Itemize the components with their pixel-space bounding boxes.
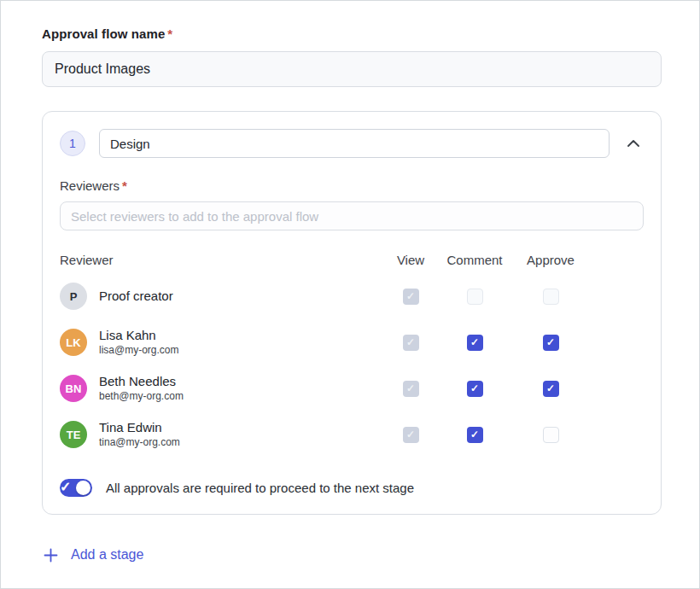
plus-icon xyxy=(44,548,58,563)
view-checkbox[interactable] xyxy=(403,381,419,397)
column-header-view: View xyxy=(385,253,436,267)
stage-card: 1 Reviewers* Reviewer View Comment Appro… xyxy=(42,111,662,515)
flow-name-label-text: Approval flow name xyxy=(42,26,165,41)
reviewer-identity: P Proof creator xyxy=(60,283,385,310)
flow-name-input[interactable] xyxy=(42,51,662,87)
reviewer-email: beth@my-org.com xyxy=(99,390,184,404)
avatar: P xyxy=(60,283,87,310)
reviewers-label: Reviewers* xyxy=(60,178,644,193)
toggle-knob xyxy=(76,481,90,495)
reviewer-identity: LK Lisa Kahn lisa@my-org.com xyxy=(60,328,385,357)
reviewer-name: Tina Edwin xyxy=(99,420,180,436)
column-header-reviewer: Reviewer xyxy=(60,253,385,267)
required-asterisk: * xyxy=(122,178,127,193)
reviewer-select-input[interactable] xyxy=(60,201,644,230)
approve-checkbox[interactable] xyxy=(543,335,559,351)
stage-number-badge: 1 xyxy=(60,131,85,156)
table-row: P Proof creator xyxy=(60,279,644,313)
reviewer-table-header: Reviewer View Comment Approve xyxy=(60,253,644,267)
view-checkbox[interactable] xyxy=(403,289,419,305)
all-approvals-toggle[interactable] xyxy=(60,479,92,497)
required-asterisk: * xyxy=(167,26,172,41)
stage-header: 1 xyxy=(60,129,644,158)
avatar: BN xyxy=(60,375,87,402)
column-header-approve: Approve xyxy=(513,253,588,267)
view-checkbox[interactable] xyxy=(403,335,419,351)
chevron-up-icon xyxy=(627,140,639,147)
approve-checkbox[interactable] xyxy=(543,381,559,397)
comment-checkbox[interactable] xyxy=(467,381,483,397)
table-row: TE Tina Edwin tina@my-org.com xyxy=(60,417,644,452)
table-row: LK Lisa Kahn lisa@my-org.com xyxy=(60,325,644,359)
reviewer-email: tina@my-org.com xyxy=(99,436,180,450)
reviewer-identity: BN Beth Needles beth@my-org.com xyxy=(60,374,385,403)
approval-flow-panel: Approval flow name* 1 Reviewers* Reviewe… xyxy=(0,0,700,589)
reviewer-name: Proof creator xyxy=(99,289,173,305)
column-header-comment: Comment xyxy=(436,253,513,267)
approve-checkbox[interactable] xyxy=(543,427,559,443)
add-stage-button[interactable]: Add a stage xyxy=(42,547,143,563)
comment-checkbox[interactable] xyxy=(467,335,483,351)
comment-checkbox[interactable] xyxy=(467,289,483,305)
collapse-stage-button[interactable] xyxy=(623,133,644,154)
reviewer-text: Beth Needles beth@my-org.com xyxy=(99,374,184,403)
reviewer-table-body: P Proof creator LK Lisa Kahn lisa@my-org… xyxy=(60,279,644,452)
approve-checkbox[interactable] xyxy=(543,289,559,305)
comment-checkbox[interactable] xyxy=(467,427,483,443)
stage-name-input[interactable] xyxy=(99,129,610,158)
reviewer-text: Tina Edwin tina@my-org.com xyxy=(99,420,180,449)
all-approvals-toggle-row: All approvals are required to proceed to… xyxy=(60,479,644,497)
reviewer-email: lisa@my-org.com xyxy=(99,344,179,358)
avatar: TE xyxy=(60,421,87,448)
reviewers-label-text: Reviewers xyxy=(60,178,120,193)
reviewer-text: Proof creator xyxy=(99,289,173,305)
reviewer-name: Beth Needles xyxy=(99,374,184,390)
add-stage-label: Add a stage xyxy=(71,547,143,563)
reviewer-name: Lisa Kahn xyxy=(99,328,179,344)
reviewer-text: Lisa Kahn lisa@my-org.com xyxy=(99,328,179,357)
toggle-label: All approvals are required to proceed to… xyxy=(106,481,414,495)
reviewer-identity: TE Tina Edwin tina@my-org.com xyxy=(60,420,385,449)
avatar: LK xyxy=(60,329,87,356)
table-row: BN Beth Needles beth@my-org.com xyxy=(60,371,644,405)
flow-name-label: Approval flow name* xyxy=(42,26,660,41)
view-checkbox[interactable] xyxy=(403,427,419,443)
